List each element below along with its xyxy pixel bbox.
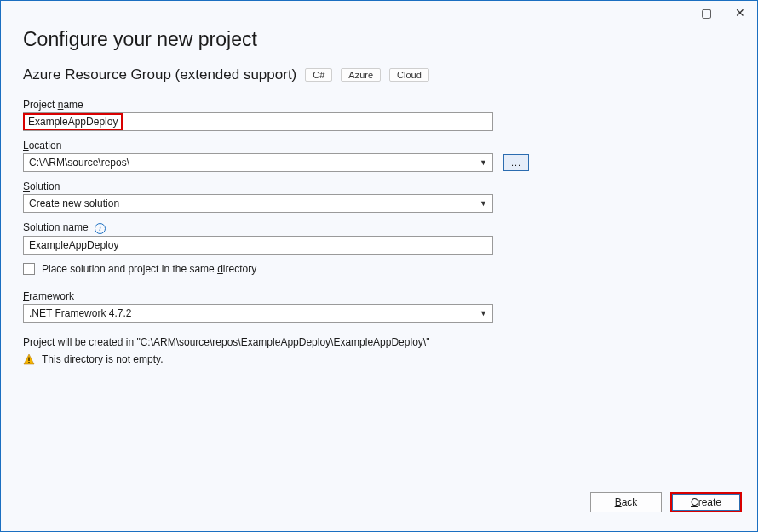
same-directory-label[interactable]: Place solution and project in the same d… <box>42 263 256 275</box>
location-label: Location <box>23 140 735 152</box>
creation-path-text: Project will be created in "C:\ARM\sourc… <box>23 336 735 348</box>
svg-rect-1 <box>28 357 29 361</box>
close-button[interactable]: ✕ <box>728 4 752 21</box>
location-value: C:\ARM\source\repos\ <box>29 157 129 169</box>
project-name-label: Project name <box>23 99 735 111</box>
warning-row: This directory is not empty. <box>23 353 735 365</box>
browse-button[interactable]: ... <box>503 154 529 171</box>
page-title: Configure your new project <box>23 28 735 51</box>
project-name-highlight: ExampleAppDeploy <box>23 113 123 130</box>
content-area: Configure your new project Azure Resourc… <box>1 25 757 492</box>
solution-name-input[interactable] <box>23 236 493 255</box>
tag-cloud: Cloud <box>389 68 429 82</box>
solution-label: Solution <box>23 180 735 192</box>
maximize-icon: ▢ <box>701 6 712 20</box>
footer: Back Create <box>1 492 757 531</box>
subtitle-row: Azure Resource Group (extended support) … <box>23 66 735 83</box>
tag-azure: Azure <box>341 68 381 82</box>
project-name-value: ExampleAppDeploy <box>28 116 118 128</box>
framework-combo[interactable]: .NET Framework 4.7.2 ▼ <box>23 304 493 323</box>
same-directory-checkbox[interactable] <box>23 263 35 275</box>
close-icon: ✕ <box>735 6 745 20</box>
info-icon[interactable]: i <box>95 223 106 234</box>
warning-text: This directory is not empty. <box>42 353 164 365</box>
project-name-input[interactable]: ExampleAppDeploy <box>23 112 493 131</box>
create-button[interactable]: Create <box>670 492 742 512</box>
warning-icon <box>23 353 35 365</box>
same-directory-row: Place solution and project in the same d… <box>23 263 735 275</box>
framework-value: .NET Framework 4.7.2 <box>29 307 131 319</box>
svg-rect-2 <box>28 362 29 363</box>
framework-label: Framework <box>23 290 735 302</box>
solution-name-label: Solution name i <box>23 221 735 234</box>
solution-value: Create new solution <box>29 197 119 209</box>
location-combo[interactable]: C:\ARM\source\repos\ ▼ <box>23 153 493 172</box>
back-button[interactable]: Back <box>590 492 662 512</box>
browse-label: ... <box>511 157 521 168</box>
solution-combo[interactable]: Create new solution ▼ <box>23 194 493 213</box>
chevron-down-icon: ▼ <box>479 158 487 167</box>
chevron-down-icon: ▼ <box>479 199 487 208</box>
maximize-button[interactable]: ▢ <box>694 4 718 21</box>
titlebar: ▢ ✕ <box>1 1 757 25</box>
template-name: Azure Resource Group (extended support) <box>23 66 296 83</box>
chevron-down-icon: ▼ <box>479 309 487 317</box>
tag-csharp: C# <box>305 68 332 82</box>
dialog-window: ▢ ✕ Configure your new project Azure Res… <box>0 0 758 532</box>
